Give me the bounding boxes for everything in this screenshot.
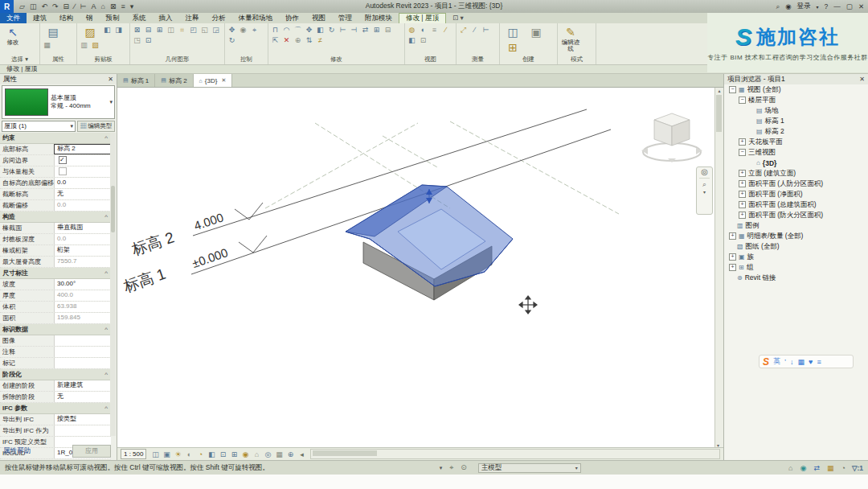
design-options-icon[interactable]: ⌂ [788,464,792,472]
restore-button[interactable]: ▢ [846,2,853,10]
parts-button[interactable]: ⊞ [502,40,523,55]
expander-icon[interactable]: + [729,264,736,271]
property-value[interactable]: ✓ [54,155,111,166]
close-icon[interactable]: ✕ [108,76,113,83]
displace-icon[interactable]: ◧ [407,35,417,45]
tab-钢[interactable]: 钢 [80,13,100,23]
activate-controls-icon[interactable]: ✥ [227,25,237,35]
scroll-left-icon[interactable]: ◂ [296,450,307,458]
skin-icon[interactable]: ♥ [809,358,813,366]
array-icon[interactable]: ⊞ [371,25,382,35]
modify-tool-button[interactable]: ↖修改 [2,25,23,46]
assembly-button[interactable]: ▣ [526,25,547,39]
displaced-icon[interactable]: ⊕ [285,450,296,458]
snap-icon[interactable]: ⌖ [249,25,260,35]
pin-modify-icon[interactable]: ⊕ [293,35,303,45]
tree-item[interactable]: ⊛Revit 链接 [724,273,868,283]
scale-icon[interactable]: ⇱ [270,35,280,45]
visual-style-icon[interactable]: ▣ [161,450,172,458]
print-icon[interactable]: ⊟ [61,0,72,13]
properties-header[interactable]: 属性 ✕ [0,74,117,84]
property-value[interactable]: 400.0 [54,290,111,301]
aligned-dimension-icon[interactable]: ⊢ [78,0,89,13]
close-icon[interactable]: ✕ [221,77,226,84]
property-section-header[interactable]: 构造^ [0,212,111,223]
sun-path-icon[interactable]: ☀ [172,450,183,458]
reveal-hidden-icon[interactable]: ◉ [240,450,251,458]
save-icon[interactable]: ◫ [27,0,39,13]
navigation-bar[interactable]: ◎ ⌕ ▾ [696,166,713,215]
close-icon[interactable]: ✕ [859,76,865,83]
lightbulb-icon[interactable]: ◍ [407,25,417,35]
tab-插入[interactable]: 插入 [153,13,179,23]
detail-level-icon[interactable]: ◫ [149,450,161,458]
group-create-button[interactable]: ◫ [502,25,523,39]
properties-scrollbar[interactable] [110,133,116,436]
close-button[interactable]: ✕ [858,2,864,10]
tree-item[interactable]: +面积平面 (净面积) [724,189,868,199]
property-value[interactable]: 桁架 [54,245,111,256]
drawing-area[interactable]: 4.000 标高 2 ±0.000 标高 1 [117,87,723,448]
editable-only-icon[interactable]: ⊙ [461,463,467,472]
type-properties-icon[interactable]: ▦ [42,40,52,50]
expander-icon[interactable]: − [739,97,746,104]
tab-体量和场地[interactable]: 体量和场地 [232,13,280,23]
apply-button[interactable]: 应用 [72,445,111,458]
render-icon[interactable]: ◔ [194,450,206,458]
tab-管理[interactable]: 管理 [332,13,358,23]
tree-item[interactable]: ▤场地 [724,105,868,116]
property-section-header[interactable]: 尺寸标注^ [0,268,111,279]
section-icon[interactable]: ⊠ [108,0,119,13]
property-value[interactable]: 0.0 [54,178,111,188]
text-icon[interactable]: A [88,0,98,13]
minimize-button[interactable]: — [833,2,841,10]
copy-modify-icon[interactable]: ◧ [315,25,326,35]
tab-⊡ ▾[interactable]: ⊡ ▾ [446,13,470,23]
property-value[interactable]: 垂直截面 [54,223,111,233]
steering-wheel-icon[interactable]: ◎ [701,167,708,176]
apostrophe-icon[interactable]: ’ [784,358,786,366]
edit-footprint-button[interactable]: ✎编辑迹线 [560,25,581,52]
tree-item[interactable]: ▥图例 [724,220,868,231]
vertical-scrollbar[interactable]: ▴▾ [714,88,723,448]
scale-button[interactable]: 1 : 500 [121,449,146,459]
design-option-dropdown[interactable]: 主模型 ▾ [478,463,581,473]
exclude-options-icon[interactable]: ⇄ [813,464,820,472]
beam-icon[interactable]: ⌗ [177,25,187,35]
match-type-icon[interactable]: ▥ [79,40,89,50]
paint-icon[interactable]: ▧ [90,40,100,50]
rotate-icon[interactable]: ↻ [326,25,337,35]
tab-分析[interactable]: 分析 [206,13,232,23]
hide-icon[interactable]: ◐ [418,25,428,35]
property-section-header[interactable]: 标识数据^ [0,324,111,335]
property-value[interactable]: 新建建筑 [54,380,111,391]
tree-item[interactable]: ▤标高 1 [724,116,868,126]
background-icon[interactable]: ◔ [841,464,845,472]
rotate-control-icon[interactable]: ↻ [227,35,237,45]
measure-seq-icon[interactable]: ∕ [469,25,480,35]
mic-icon[interactable]: ↓ [790,358,794,366]
tree-item[interactable]: +▣族 [724,252,868,262]
property-value[interactable]: 159.845 [54,313,111,323]
tree-item[interactable]: ▧图纸 (全部) [724,241,868,252]
link-icon[interactable]: ◳ [132,35,142,45]
help-icon[interactable]: ? [825,2,829,10]
reveal-icon[interactable]: ⊡ [418,35,428,45]
property-value[interactable] [54,335,111,346]
copy-icon[interactable]: ◧ [102,25,113,35]
view-tab-标高 1[interactable]: ▤标高 1 [117,74,155,87]
toolbox-icon[interactable]: ≡ [817,358,821,366]
tab-系统[interactable]: 系统 [126,13,153,23]
property-section-header[interactable]: 约束^ [0,133,111,144]
properties-help-link[interactable]: 属性帮助 [3,446,31,456]
tree-item[interactable]: ▤标高 2 [724,126,868,137]
redo-icon[interactable]: ↷ [50,0,61,13]
temp-hide-icon[interactable]: ⊞ [228,450,240,458]
extend-icon[interactable]: ⊣ [349,25,359,35]
collapse-icon[interactable]: ^ [104,268,108,278]
property-value[interactable]: 63.938 [54,302,111,312]
mirror-axis-icon[interactable]: ⊟ [383,25,393,35]
property-value[interactable]: 无 [54,189,111,199]
mirror-icon[interactable]: ⌒ [293,25,303,35]
tree-item[interactable]: +面积平面 (防火分区面积) [724,210,868,220]
